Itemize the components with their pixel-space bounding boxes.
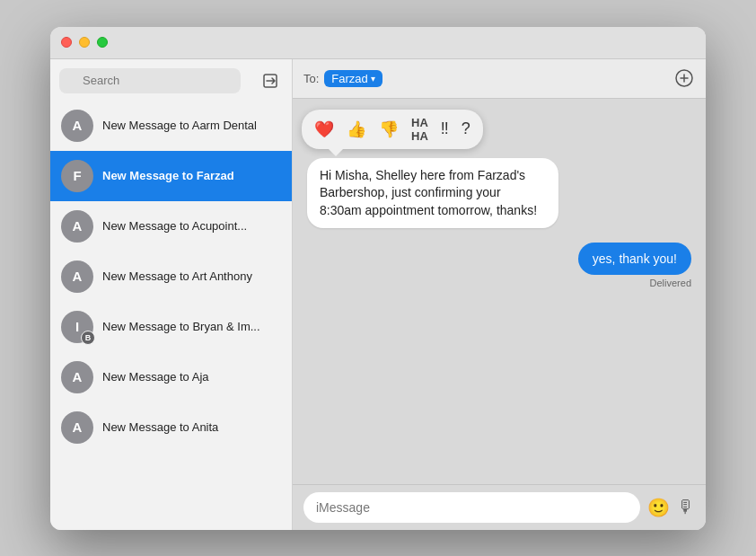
search-wrapper: 🔍 (59, 68, 251, 93)
messages-window: 🔍 A New Message to Aarm Dental (50, 27, 706, 530)
delivered-status: Delivered (650, 278, 691, 288)
audio-button[interactable]: 🎙 (677, 497, 695, 517)
conv-name-aja: New Message to Aja (102, 370, 209, 384)
conv-name-farzad: New Message to Farzad (102, 169, 234, 182)
reaction-exclaim[interactable]: ‼️ (439, 118, 451, 140)
sidebar-header: 🔍 (50, 59, 292, 101)
avatar-aja: A (61, 361, 93, 393)
conversation-item-aja[interactable]: A New Message to Aja (50, 352, 292, 402)
conversation-item-farzad[interactable]: F New Message to Farzad (50, 151, 292, 201)
avatar-acupoint: A (61, 210, 93, 243)
add-recipient-button[interactable] (673, 67, 695, 89)
outgoing-message-bubble: yes, thank you! (578, 243, 691, 275)
reaction-tail (329, 149, 343, 156)
incoming-message-bubble: Hi Misha, Shelley here from Farzad's Bar… (307, 158, 558, 229)
reaction-thumbsdown[interactable]: 👎 (377, 118, 400, 141)
main-content: 🔍 A New Message to Aarm Dental (50, 59, 706, 530)
sidebar: 🔍 A New Message to Aarm Dental (50, 59, 293, 530)
title-bar (50, 27, 706, 59)
conv-name-acupoint: New Message to Acupoint... (102, 219, 247, 233)
emoji-button[interactable]: 🙂 (647, 497, 670, 518)
avatar-art: A (61, 260, 93, 293)
conv-name-anita: New Message to Anita (102, 420, 218, 434)
reaction-question[interactable]: ? (460, 118, 472, 140)
outgoing-message-text: yes, thank you! (593, 252, 677, 266)
conv-name-aarm: New Message to Aarm Dental (102, 119, 257, 132)
maximize-button[interactable] (97, 37, 108, 48)
close-button[interactable] (61, 37, 72, 48)
chat-header: To: Farzad ▾ (293, 59, 706, 99)
chat-messages: ❤️ 👍 👎 HAHA ‼️ ? Hi Misha, Shelley here … (293, 99, 706, 484)
reaction-haha[interactable]: HAHA (409, 114, 430, 145)
chat-area: To: Farzad ▾ ❤️ 👍 👎 (293, 59, 706, 530)
chat-input-area: 🙂 🎙 (293, 484, 706, 530)
chevron-down-icon: ▾ (371, 74, 375, 84)
outgoing-message-wrapper: yes, thank you! Delivered (307, 243, 691, 288)
compose-button[interactable] (258, 68, 283, 93)
recipient-name: Farzad (331, 72, 367, 85)
avatar-badge-bryan: B (81, 331, 95, 345)
conversation-list: A New Message to Aarm Dental F New Messa… (50, 101, 292, 530)
minimize-button[interactable] (79, 37, 90, 48)
avatar-anita: A (61, 411, 93, 444)
conv-name-art: New Message to Art Anthony (102, 269, 252, 283)
avatar-bryan: I B (61, 311, 93, 343)
reaction-thumbsup[interactable]: 👍 (345, 118, 368, 141)
search-input[interactable] (59, 68, 241, 93)
to-label: To: (303, 72, 319, 85)
reaction-bar: ❤️ 👍 👎 HAHA ‼️ ? (302, 110, 483, 149)
conversation-item-art[interactable]: A New Message to Art Anthony (50, 252, 292, 302)
incoming-message-text: Hi Misha, Shelley here from Farzad's Bar… (320, 168, 537, 217)
conversation-item-anita[interactable]: A New Message to Anita (50, 402, 292, 453)
conversation-item-bryan[interactable]: I B New Message to Bryan & Im... (50, 302, 292, 352)
avatar-aarm: A (61, 110, 93, 142)
avatar-farzad: F (61, 160, 93, 192)
message-input[interactable] (303, 492, 640, 523)
recipient-chip[interactable]: Farzad ▾ (324, 70, 382, 87)
conversation-item-aarm[interactable]: A New Message to Aarm Dental (50, 101, 292, 151)
reaction-heart[interactable]: ❤️ (312, 118, 336, 141)
conversation-item-acupoint[interactable]: A New Message to Acupoint... (50, 201, 292, 252)
conv-name-bryan: New Message to Bryan & Im... (102, 320, 260, 333)
